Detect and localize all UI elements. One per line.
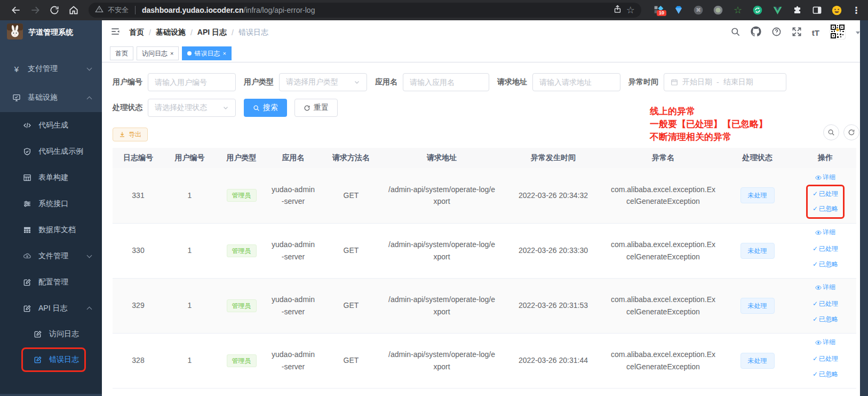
column-exception-name: 异常名 <box>606 148 720 168</box>
mark-processed-link[interactable]: ✓已处理 <box>813 244 838 254</box>
browser-reload-icon[interactable] <box>49 5 60 15</box>
sidebar-item-payment[interactable]: ¥ 支付管理 <box>0 54 102 83</box>
tab-error-log[interactable]: 错误日志× <box>182 46 231 60</box>
sidebar-collapse-icon[interactable] <box>110 26 121 39</box>
close-icon[interactable]: × <box>222 50 226 57</box>
sidebar-item-api-log[interactable]: API 日志 <box>0 295 102 321</box>
sidebar-item-system-api[interactable]: 系统接口 <box>0 191 102 217</box>
user-type-badge: 管理员 <box>227 189 257 202</box>
search-button[interactable]: 搜索 <box>244 99 287 117</box>
mark-ignored-link[interactable]: ✓已忽略 <box>813 369 838 379</box>
tags-view-bar: 首页 访问日志× 错误日志× <box>102 45 868 62</box>
annotation-rectangle: ✓已处理 ✓已忽略 <box>806 295 845 328</box>
navbar-actions: tT <box>730 23 860 42</box>
sidebar-item-form-builder[interactable]: 表单构建 <box>0 164 102 191</box>
request-url-input[interactable] <box>532 73 620 91</box>
exception-time-range-picker[interactable]: 开始日期 - 结束日期 <box>664 73 786 91</box>
profile-emoji-avatar[interactable] <box>831 4 842 16</box>
breadcrumb-home[interactable]: 首页 <box>129 28 144 37</box>
user-type-field: 用户类型 请选择用户类型 <box>244 73 367 91</box>
mark-processed-link[interactable]: ✓已处理 <box>813 299 838 309</box>
breadcrumb: 首页 / 基础设施 / API 日志 / 错误日志 <box>129 28 268 37</box>
close-icon[interactable]: × <box>170 50 173 57</box>
cell-actions: 详细 ✓已处理 ✓已忽略 <box>794 223 856 278</box>
github-icon[interactable] <box>751 26 761 39</box>
sidebar-item-code-generation[interactable]: 代码生成 <box>0 112 102 138</box>
page: 不安全 dashboard.yudao.iocoder.cn/infra/log… <box>0 0 868 396</box>
browser-home-icon[interactable] <box>68 5 79 15</box>
column-user-id: 用户编号 <box>164 148 216 168</box>
bookmark-star-icon[interactable]: ☆ <box>626 5 635 15</box>
date-separator: - <box>716 78 719 86</box>
eye-icon <box>815 175 822 181</box>
table-refresh-button[interactable] <box>843 124 859 140</box>
user-id-label: 用户编号 <box>113 77 142 87</box>
side-panel-icon[interactable] <box>811 4 823 16</box>
cell-exception-name: com.alibaba.excel.exception.ExcelGenerat… <box>606 223 720 278</box>
mark-ignored-link[interactable]: ✓已忽略 <box>813 204 838 214</box>
extension-vue-icon[interactable] <box>771 4 783 16</box>
chevron-up-icon <box>87 307 92 312</box>
browser-back-icon[interactable] <box>11 5 21 15</box>
table-body: 331 1 管理员 yudao-admin-server GET /admin-… <box>113 168 856 388</box>
browser-menu-icon[interactable]: ⋮ <box>850 4 862 16</box>
help-icon[interactable] <box>771 27 782 39</box>
extension-circle-icon[interactable] <box>712 4 724 16</box>
extension-sync-icon[interactable] <box>752 4 763 16</box>
tab-access-log[interactable]: 访问日志× <box>137 46 179 60</box>
tab-home[interactable]: 首页 <box>110 46 133 60</box>
browser-scrollbar[interactable] <box>860 20 868 396</box>
browser-forward-icon[interactable] <box>30 5 41 15</box>
detail-link[interactable]: 详细 <box>815 227 835 237</box>
breadcrumb-api-log[interactable]: API 日志 <box>197 28 227 37</box>
user-id-input[interactable] <box>148 73 236 91</box>
user-type-badge: 管理员 <box>227 299 257 312</box>
column-user-type: 用户类型 <box>216 148 267 168</box>
check-icon: ✓ <box>813 369 818 379</box>
sidebar-item-access-log[interactable]: 访问日志 <box>0 321 102 347</box>
cell-method: GET <box>319 278 383 333</box>
detail-link[interactable]: 详细 <box>815 172 835 183</box>
cell-request-url: /admin-api/system/operate-log/export <box>383 333 500 388</box>
sidebar-item-file-management[interactable]: 文件管理 <box>0 243 102 269</box>
extension-star-icon[interactable]: ☆ <box>732 4 744 16</box>
avatar-caret-icon[interactable] <box>856 31 860 34</box>
cell-user-type: 管理员 <box>216 168 267 223</box>
sidebar-item-error-log[interactable]: 错误日志 <box>0 347 102 373</box>
fullscreen-icon[interactable] <box>792 27 802 39</box>
table-grid-icon <box>22 173 32 182</box>
font-size-icon[interactable]: tT <box>812 28 819 37</box>
detail-link[interactable]: 详细 <box>815 337 835 347</box>
mark-ignored-link[interactable]: ✓已忽略 <box>813 314 838 324</box>
app-logo-row: 芋道管理系统 <box>0 20 102 45</box>
app-name-input[interactable] <box>403 73 489 91</box>
extension-badge-icon[interactable]: 10 <box>653 4 665 16</box>
mark-processed-link[interactable]: ✓已处理 <box>813 354 838 364</box>
address-bar[interactable]: 不安全 dashboard.yudao.iocoder.cn/infra/log… <box>89 3 641 18</box>
breadcrumb-infrastructure[interactable]: 基础设施 <box>156 28 186 37</box>
omnibox-divider <box>135 6 136 14</box>
mark-processed-link[interactable]: ✓已处理 <box>813 189 838 199</box>
user-avatar[interactable] <box>830 23 846 42</box>
cell-exception-name: com.alibaba.excel.exception.ExcelGenerat… <box>606 333 720 388</box>
reset-button[interactable]: 重置 <box>294 99 338 117</box>
search-icon[interactable] <box>730 27 740 39</box>
extension-command-icon[interactable]: ⌘ <box>692 4 704 16</box>
extensions-puzzle-icon[interactable] <box>791 4 803 16</box>
sidebar-item-infrastructure[interactable]: 基础设施 <box>0 83 102 112</box>
breadcrumb-error-log: 错误日志 <box>238 28 268 37</box>
check-icon: ✓ <box>813 189 818 199</box>
detail-link[interactable]: 详细 <box>815 282 835 292</box>
cell-process-status: 未处理 <box>720 278 794 333</box>
extension-gem-icon[interactable] <box>673 4 684 16</box>
export-button[interactable]: 导出 <box>113 128 148 141</box>
table-search-toggle-button[interactable] <box>823 124 839 140</box>
annotation-note: 线上的异常 一般要【已处理】【已忽略】 不断清理相关的异常 <box>650 105 768 143</box>
mark-ignored-link[interactable]: ✓已忽略 <box>813 259 838 270</box>
sidebar-item-config-management[interactable]: 配置管理 <box>0 269 102 295</box>
share-icon[interactable] <box>613 5 622 16</box>
sidebar-item-code-example[interactable]: 代码生成示例 <box>0 138 102 164</box>
sidebar-item-db-doc[interactable]: 数据库文档 <box>0 217 102 243</box>
process-status-select[interactable]: 请选择处理状态 <box>148 99 236 117</box>
user-type-select[interactable]: 请选择用户类型 <box>279 73 367 91</box>
